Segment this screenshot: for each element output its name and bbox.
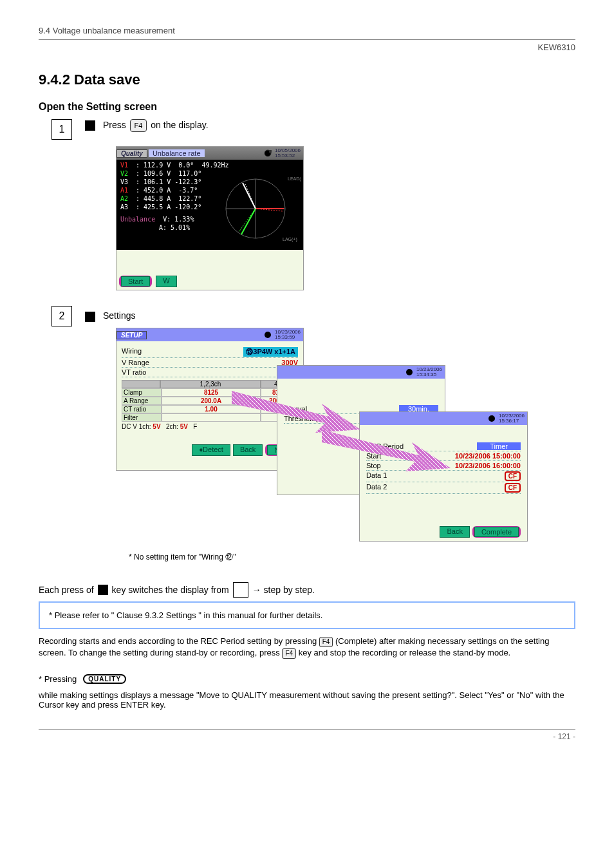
bullet-icon <box>98 585 108 595</box>
paragraph: Recording starts and ends according to t… <box>39 636 575 659</box>
data1-row[interactable]: Data 1CF <box>366 471 521 482</box>
step-number: 2 <box>51 306 72 326</box>
svg-line-6 <box>243 183 256 209</box>
divider <box>39 729 575 730</box>
detect-button[interactable]: ♦Detect <box>192 444 230 456</box>
wiring-row[interactable]: Wiring⑬3P4W x1+1A <box>122 346 298 358</box>
screenshot-quality: Quality Unbalance rate 10/05/2006 15:53:… <box>116 146 304 290</box>
screenshot-setup-basic: SETUP 10/23/2006 15:33:59 Wiring⑬3P4W x1… <box>116 328 304 471</box>
quality-key: QUALITY <box>83 674 126 684</box>
step-text: Press <box>103 120 129 130</box>
data2-row[interactable]: Data 2CF <box>366 482 521 494</box>
f4-key: F4 <box>130 119 147 132</box>
step-2: 2 Settings <box>39 306 135 326</box>
svg-point-15 <box>488 415 495 422</box>
timestamp: 10/23/2006 15:36:17 <box>499 413 525 424</box>
divider <box>39 39 575 40</box>
bullet-icon <box>85 120 95 131</box>
step-number: 1 <box>51 119 72 140</box>
f4-key: F4 <box>319 637 333 647</box>
vector-diagram: LEAD(-) LAG(+) <box>210 174 301 243</box>
screen-title: Unbalance rate <box>149 149 205 157</box>
footnote: * Pressing QUALITY while making settings… <box>39 674 575 710</box>
page-icon <box>233 582 248 598</box>
note-sequence: Each press of key switches the display f… <box>39 582 575 598</box>
page-number: - 121 - <box>39 732 575 741</box>
step-label: Settings <box>103 310 136 321</box>
start-row[interactable]: Start10/23/2006 15:00:00 <box>366 451 521 461</box>
hold-icon <box>405 368 414 377</box>
svg-text:LAG(+): LAG(+) <box>283 237 297 242</box>
rec-period-row[interactable]: REC PeriodTimer <box>366 442 521 451</box>
step-text: on the display. <box>151 120 208 130</box>
w-button[interactable]: W <box>156 276 176 287</box>
screenshot-setup-save: 10/23/2006 15:36:17 REC PeriodTimer Star… <box>359 411 528 542</box>
f4-key: F4 <box>282 648 296 659</box>
screenshots: Quality Unbalance rate 10/05/2006 15:53:… <box>116 146 575 558</box>
start-button[interactable]: Start <box>121 276 150 287</box>
header-left: 9.4 Voltage unbalance measurement <box>39 26 575 35</box>
svg-line-7 <box>241 209 256 234</box>
timestamp: 10/23/2006 15:34:35 <box>416 367 442 377</box>
vtratio-row[interactable]: VT ratio1.00 <box>122 368 298 377</box>
timestamp: 10/05/2006 15:53:52 <box>275 148 301 158</box>
svg-point-13 <box>265 332 271 338</box>
timestamp: 10/23/2006 15:33:59 <box>275 330 301 340</box>
back-button[interactable]: Back <box>233 444 263 456</box>
svg-text:LEAD(-): LEAD(-) <box>288 176 301 182</box>
hold-icon <box>263 149 272 158</box>
section-title: 9.4.2 Data save <box>39 71 575 88</box>
bullet-icon <box>85 312 95 322</box>
svg-point-14 <box>406 369 413 375</box>
svg-rect-1 <box>269 150 272 153</box>
header-right: KEW6310 <box>39 42 575 52</box>
step-1: 1 Press F4 on the display. <box>39 119 575 140</box>
callout-note: * Please refer to " Clause 9.3.2 Setting… <box>39 601 575 629</box>
subsection-title: Open the Setting screen <box>39 101 575 113</box>
complete-button[interactable]: Complete <box>474 527 519 537</box>
quality-logo: Quality <box>116 149 147 158</box>
hold-icon <box>263 330 272 339</box>
stop-row[interactable]: Stop10/23/2006 16:00:00 <box>366 461 521 471</box>
setup-logo: SETUP <box>116 331 147 339</box>
hold-icon <box>487 414 496 423</box>
vrange-row[interactable]: V Range300V <box>122 358 298 368</box>
back-button[interactable]: Back <box>440 526 469 538</box>
